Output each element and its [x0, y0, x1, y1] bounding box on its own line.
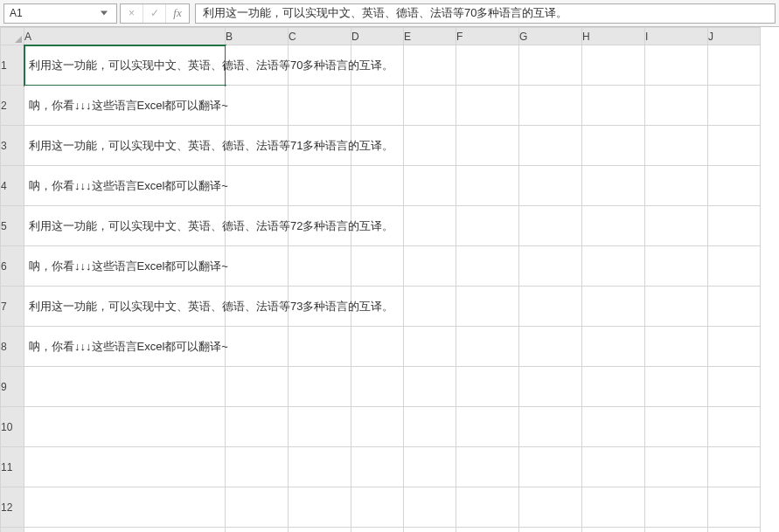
cell-i4[interactable] [645, 166, 708, 206]
cell-e10[interactable] [404, 407, 456, 447]
cell-c9[interactable] [289, 367, 351, 407]
cell-g7[interactable] [519, 287, 582, 327]
cell-h10[interactable] [582, 407, 645, 447]
cell-h11[interactable] [582, 447, 645, 487]
cell-a3[interactable]: 利用这一功能，可以实现中文、英语、德语、法语等71多种语言的互译。 [24, 126, 226, 166]
cell-g5[interactable] [519, 206, 582, 246]
cell-i10[interactable] [645, 407, 708, 447]
cell-f13[interactable] [456, 528, 519, 533]
cell-i11[interactable] [645, 447, 708, 487]
row-header-3[interactable]: 3 [1, 126, 24, 166]
cell-g13[interactable] [519, 528, 582, 533]
cell-a11[interactable] [24, 447, 226, 487]
cell-j8[interactable] [708, 327, 761, 367]
cell-c10[interactable] [289, 407, 351, 447]
cell-h1[interactable] [582, 45, 645, 86]
cell-b4[interactable] [226, 166, 289, 206]
cell-a2[interactable]: 呐，你看↓↓↓这些语言Excel都可以翻译~ [24, 86, 226, 126]
cell-j5[interactable] [708, 206, 761, 246]
cell-e3[interactable] [404, 126, 456, 166]
cell-e8[interactable] [404, 327, 456, 367]
cell-i5[interactable] [645, 206, 708, 246]
row-header-9[interactable]: 9 [1, 367, 24, 407]
cell-d4[interactable] [351, 166, 404, 206]
cell-h5[interactable] [582, 206, 645, 246]
cell-a4[interactable]: 呐，你看↓↓↓这些语言Excel都可以翻译~ [24, 166, 226, 206]
cell-d12[interactable] [351, 487, 404, 528]
cell-i9[interactable] [645, 367, 708, 407]
cell-g1[interactable] [519, 45, 582, 86]
cancel-button[interactable]: × [121, 4, 143, 23]
column-header-e[interactable]: E [404, 28, 456, 45]
cell-i8[interactable] [645, 327, 708, 367]
cell-f3[interactable] [456, 126, 519, 166]
cell-g12[interactable] [519, 487, 582, 528]
row-header-13[interactable]: 13 [1, 528, 24, 533]
cell-f12[interactable] [456, 487, 519, 528]
cell-d8[interactable] [351, 327, 404, 367]
cell-f9[interactable] [456, 367, 519, 407]
column-header-i[interactable]: I [645, 28, 708, 45]
cell-f11[interactable] [456, 447, 519, 487]
cell-j11[interactable] [708, 447, 761, 487]
name-box-dropdown-icon[interactable] [97, 6, 111, 20]
cell-c12[interactable] [289, 487, 351, 528]
column-header-b[interactable]: B [226, 28, 289, 45]
cell-e1[interactable] [404, 45, 456, 86]
column-header-j[interactable]: J [708, 28, 761, 45]
cell-e5[interactable] [404, 206, 456, 246]
accept-button[interactable]: ✓ [143, 4, 166, 23]
cell-f5[interactable] [456, 206, 519, 246]
cell-g9[interactable] [519, 367, 582, 407]
cell-j6[interactable] [708, 246, 761, 287]
column-header-c[interactable]: C [289, 28, 351, 45]
cell-e11[interactable] [404, 447, 456, 487]
cell-h12[interactable] [582, 487, 645, 528]
cell-i7[interactable] [645, 287, 708, 327]
cell-a8[interactable]: 呐，你看↓↓↓这些语言Excel都可以翻译~ [24, 327, 226, 367]
cell-d2[interactable] [351, 86, 404, 126]
cell-f1[interactable] [456, 45, 519, 86]
cell-b12[interactable] [226, 487, 289, 528]
row-header-5[interactable]: 5 [1, 206, 24, 246]
cell-a5[interactable]: 利用这一功能，可以实现中文、英语、德语、法语等72多种语言的互译。 [24, 206, 226, 246]
cell-g3[interactable] [519, 126, 582, 166]
cell-f7[interactable] [456, 287, 519, 327]
cell-h7[interactable] [582, 287, 645, 327]
cell-c8[interactable] [289, 327, 351, 367]
column-header-g[interactable]: G [519, 28, 582, 45]
cell-g11[interactable] [519, 447, 582, 487]
row-header-2[interactable]: 2 [1, 86, 24, 126]
cell-h8[interactable] [582, 327, 645, 367]
cell-j1[interactable] [708, 45, 761, 86]
cell-e12[interactable] [404, 487, 456, 528]
row-header-4[interactable]: 4 [1, 166, 24, 206]
row-header-11[interactable]: 11 [1, 447, 24, 487]
cell-f8[interactable] [456, 327, 519, 367]
cell-e7[interactable] [404, 287, 456, 327]
cell-d13[interactable] [351, 528, 404, 533]
cell-b2[interactable] [226, 86, 289, 126]
cell-d9[interactable] [351, 367, 404, 407]
cell-h3[interactable] [582, 126, 645, 166]
cell-i3[interactable] [645, 126, 708, 166]
cell-i2[interactable] [645, 86, 708, 126]
cell-c11[interactable] [289, 447, 351, 487]
cell-j12[interactable] [708, 487, 761, 528]
cell-e4[interactable] [404, 166, 456, 206]
cell-h4[interactable] [582, 166, 645, 206]
formula-input[interactable]: 利用这一功能，可以实现中文、英语、德语、法语等70多种语言的互译。 [195, 3, 776, 24]
cell-h13[interactable] [582, 528, 645, 533]
cell-d11[interactable] [351, 447, 404, 487]
cell-d6[interactable] [351, 246, 404, 287]
row-header-12[interactable]: 12 [1, 487, 24, 528]
cell-a12[interactable] [24, 487, 226, 528]
cell-j4[interactable] [708, 166, 761, 206]
cell-j13[interactable] [708, 528, 761, 533]
cell-e9[interactable] [404, 367, 456, 407]
cell-j10[interactable] [708, 407, 761, 447]
row-header-10[interactable]: 10 [1, 407, 24, 447]
cell-f6[interactable] [456, 246, 519, 287]
row-header-6[interactable]: 6 [1, 246, 24, 287]
row-header-8[interactable]: 8 [1, 327, 24, 367]
